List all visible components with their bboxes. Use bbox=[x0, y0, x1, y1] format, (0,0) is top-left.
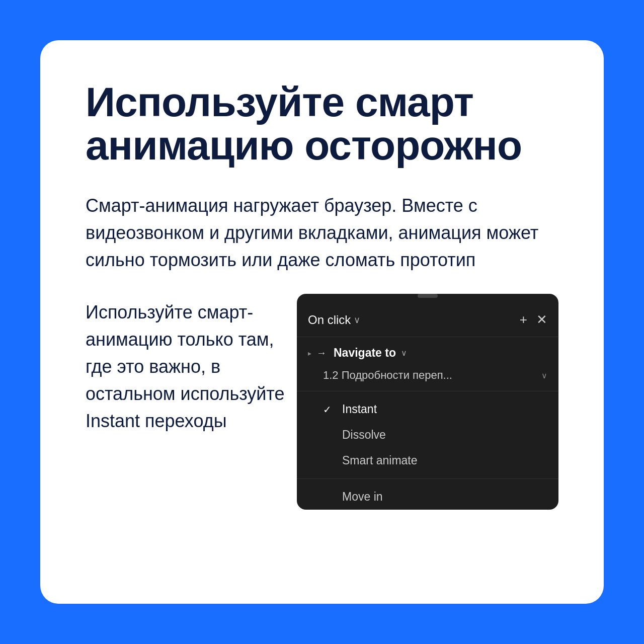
panel-body: ▸ → Navigate to ∨ 1.2 Подробности переп.… bbox=[297, 337, 558, 510]
panel-header-right: + ✕ bbox=[520, 312, 547, 328]
body-text-1: Смарт-анимация нагружает браузер. Вместе… bbox=[86, 192, 558, 274]
option-label-dissolve: Dissolve bbox=[342, 428, 386, 442]
option-row-move-in[interactable]: ✓ Move in bbox=[297, 484, 558, 510]
panel-notch bbox=[418, 294, 438, 298]
body-text-2: Используйте смарт-анимацию только там, г… bbox=[86, 299, 287, 435]
on-click-chevron-icon: ∨ bbox=[354, 314, 360, 326]
option-label-move-in: Move in bbox=[342, 490, 383, 504]
figma-panel: On click ∨ + ✕ ▸ → Navigate to ∨ 1.2 Под… bbox=[297, 294, 558, 510]
destination-row[interactable]: 1.2 Подробности переп... ∨ bbox=[297, 365, 558, 386]
navigate-arrow-icon: → bbox=[316, 347, 327, 359]
body-text-2-wrapper: Используйте смарт-анимацию только там, г… bbox=[86, 299, 297, 435]
navigate-to-chevron-icon: ∨ bbox=[401, 348, 407, 358]
divider-2 bbox=[297, 478, 558, 479]
option-label-smart-animate: Smart animate bbox=[342, 454, 418, 467]
bottom-section: Используйте смарт-анимацию только там, г… bbox=[86, 299, 558, 564]
option-row-instant[interactable]: ✓ Instant bbox=[297, 396, 558, 422]
option-row-smart-animate[interactable]: ✓ Smart animate bbox=[297, 448, 558, 473]
panel-header-left: On click ∨ bbox=[308, 313, 360, 327]
panel-header: On click ∨ + ✕ bbox=[297, 303, 558, 337]
on-click-label: On click bbox=[308, 313, 351, 327]
close-icon[interactable]: ✕ bbox=[536, 312, 547, 328]
navigate-row: ▸ → Navigate to ∨ bbox=[297, 337, 558, 365]
check-icon-instant: ✓ bbox=[323, 404, 335, 416]
add-icon[interactable]: + bbox=[520, 312, 527, 328]
option-label-instant: Instant bbox=[342, 403, 377, 416]
option-row-dissolve[interactable]: ✓ Dissolve bbox=[297, 422, 558, 448]
page-title: Используйте смарт анимацию осторожно bbox=[86, 80, 558, 167]
divider-1 bbox=[297, 391, 558, 391]
navigate-to-label: Navigate to bbox=[334, 346, 396, 360]
destination-text: 1.2 Подробности переп... bbox=[323, 369, 452, 382]
main-card: Используйте смарт анимацию осторожно Сма… bbox=[40, 40, 604, 604]
destination-chevron-icon: ∨ bbox=[541, 371, 547, 380]
collapse-icon: ▸ bbox=[308, 349, 311, 357]
